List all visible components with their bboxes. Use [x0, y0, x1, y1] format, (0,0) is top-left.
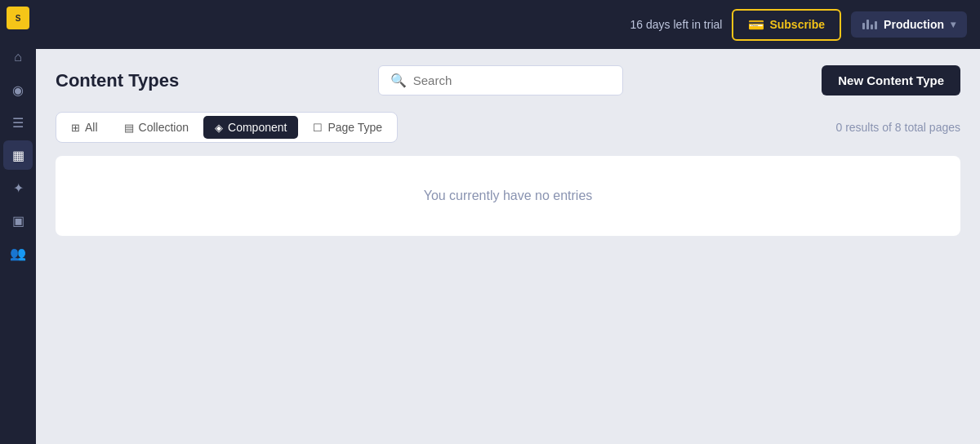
page-type-icon: ☐: [313, 122, 323, 134]
filter-tab-component[interactable]: ◈ Component: [203, 116, 298, 139]
topbar: 16 days left in trial 💳 Subscribe Produc…: [36, 0, 980, 49]
search-input[interactable]: [413, 73, 611, 87]
component-icon: ◈: [215, 122, 223, 134]
sidebar-item-blog[interactable]: ◉: [3, 75, 33, 104]
subscribe-label: Subscribe: [769, 18, 825, 31]
sidebar: S ⌂ ◉ ☰ ▦ ✦ ▣ 👥: [0, 0, 36, 444]
filter-tab-all[interactable]: ⊞ All: [60, 116, 109, 139]
filter-tab-collection-label: Collection: [139, 121, 189, 134]
filter-tabs: ⊞ All ▤ Collection ◈ Component ☐ Page Ty…: [56, 112, 398, 143]
sidebar-item-tokens[interactable]: ✦: [3, 173, 33, 202]
sidebar-item-media[interactable]: ▣: [3, 206, 33, 235]
filter-tab-collection[interactable]: ▤ Collection: [113, 116, 200, 139]
filter-tab-all-label: All: [85, 121, 98, 134]
collection-icon: ▤: [124, 122, 134, 134]
bars-icon: [862, 20, 877, 29]
sidebar-item-document[interactable]: ☰: [3, 108, 33, 137]
empty-state-card: You currently have no entries: [56, 156, 960, 236]
filter-tab-page-type[interactable]: ☐ Page Type: [301, 116, 394, 139]
bar1: [862, 23, 865, 29]
page-title: Content Types: [56, 70, 179, 91]
search-bar: 🔍: [378, 65, 623, 95]
sidebar-item-grid[interactable]: ▦: [3, 140, 33, 170]
production-label: Production: [884, 18, 944, 31]
sidebar-item-home[interactable]: ⌂: [3, 42, 33, 72]
all-icon: ⊞: [71, 122, 80, 134]
sidebar-logo: S: [7, 7, 29, 29]
search-icon: 🔍: [390, 73, 407, 88]
production-button[interactable]: Production ▾: [851, 11, 967, 38]
main-area: 16 days left in trial 💳 Subscribe Produc…: [36, 0, 980, 444]
credit-card-icon: 💳: [748, 17, 764, 33]
new-content-type-button[interactable]: New Content Type: [822, 65, 960, 95]
chevron-down-icon: ▾: [951, 19, 956, 30]
bar2: [866, 20, 869, 29]
bar4: [875, 21, 877, 29]
filter-tab-component-label: Component: [228, 121, 287, 134]
sidebar-item-users[interactable]: 👥: [3, 238, 33, 268]
filter-tab-page-type-label: Page Type: [327, 121, 382, 134]
bar3: [871, 24, 873, 29]
content-area: Content Types 🔍 New Content Type ⊞ All ▤…: [36, 49, 980, 444]
empty-state-message: You currently have no entries: [424, 189, 593, 202]
results-count: 0 results of 8 total pages: [835, 121, 960, 134]
trial-text: 16 days left in trial: [630, 18, 723, 31]
subscribe-button[interactable]: 💳 Subscribe: [732, 9, 841, 41]
filter-row: ⊞ All ▤ Collection ◈ Component ☐ Page Ty…: [56, 112, 960, 143]
content-header: Content Types 🔍 New Content Type: [56, 65, 960, 95]
